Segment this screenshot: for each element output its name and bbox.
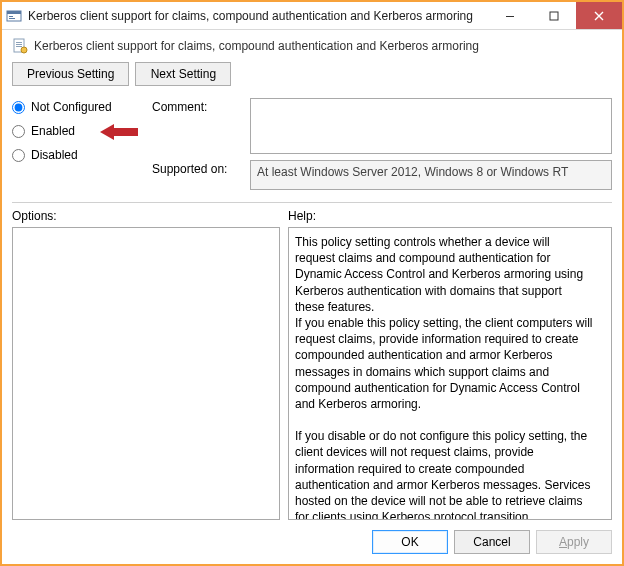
policy-icon [12, 38, 28, 54]
app-icon [6, 8, 22, 24]
policy-header: Kerberos client support for claims, comp… [12, 38, 612, 54]
radio-enabled[interactable] [12, 125, 25, 138]
apply-button-label: Apply [559, 535, 589, 549]
radio-enabled-row: Enabled [12, 124, 142, 138]
svg-point-10 [21, 47, 27, 53]
options-box[interactable] [12, 227, 280, 520]
svg-rect-8 [16, 44, 22, 45]
window-buttons [488, 2, 622, 29]
radio-not-configured-row: Not Configured [12, 100, 142, 114]
cancel-button[interactable]: Cancel [454, 530, 530, 554]
radio-disabled-label[interactable]: Disabled [31, 148, 78, 162]
options-label: Options: [12, 209, 280, 223]
titlebar: Kerberos client support for claims, comp… [2, 2, 622, 30]
radio-disabled-row: Disabled [12, 148, 142, 162]
comment-label: Comment: [152, 98, 242, 114]
nav-buttons: Previous Setting Next Setting [12, 62, 612, 86]
svg-rect-9 [16, 46, 22, 47]
comment-field: Comment: [152, 98, 612, 154]
svg-rect-7 [16, 42, 22, 43]
arrow-left-icon [98, 122, 140, 145]
help-panel: Help: This policy setting controls wheth… [288, 209, 612, 520]
previous-setting-button[interactable]: Previous Setting [12, 62, 129, 86]
next-setting-button[interactable]: Next Setting [135, 62, 231, 86]
options-panel: Options: [12, 209, 280, 520]
svg-rect-5 [550, 12, 558, 20]
meta-fields: Comment: Supported on: At least Windows … [152, 98, 612, 190]
radio-disabled[interactable] [12, 149, 25, 162]
svg-rect-4 [506, 16, 514, 17]
svg-rect-2 [9, 16, 13, 17]
maximize-button[interactable] [532, 2, 576, 29]
radio-enabled-label[interactable]: Enabled [31, 124, 75, 138]
supported-on-value: At least Windows Server 2012, Windows 8 … [250, 160, 612, 190]
config-row: Not Configured Enabled Disabled Comment: [12, 98, 612, 190]
divider [12, 202, 612, 203]
state-radios: Not Configured Enabled Disabled [12, 98, 142, 190]
help-text[interactable]: This policy setting controls whether a d… [288, 227, 612, 520]
lower-panels: Options: Help: This policy setting contr… [12, 209, 612, 520]
dialog-footer: OK Cancel Apply [12, 520, 612, 554]
ok-button[interactable]: OK [372, 530, 448, 554]
policy-title: Kerberos client support for claims, comp… [34, 39, 479, 53]
window-title: Kerberos client support for claims, comp… [28, 9, 488, 23]
close-button[interactable] [576, 2, 622, 29]
svg-rect-3 [9, 18, 15, 19]
dialog-content: Kerberos client support for claims, comp… [2, 30, 622, 564]
radio-not-configured[interactable] [12, 101, 25, 114]
comment-input[interactable] [250, 98, 612, 154]
svg-rect-1 [7, 11, 21, 14]
radio-not-configured-label[interactable]: Not Configured [31, 100, 112, 114]
minimize-button[interactable] [488, 2, 532, 29]
supported-on-label: Supported on: [152, 160, 242, 176]
supported-on-field: Supported on: At least Windows Server 20… [152, 160, 612, 190]
help-label: Help: [288, 209, 612, 223]
apply-button: Apply [536, 530, 612, 554]
